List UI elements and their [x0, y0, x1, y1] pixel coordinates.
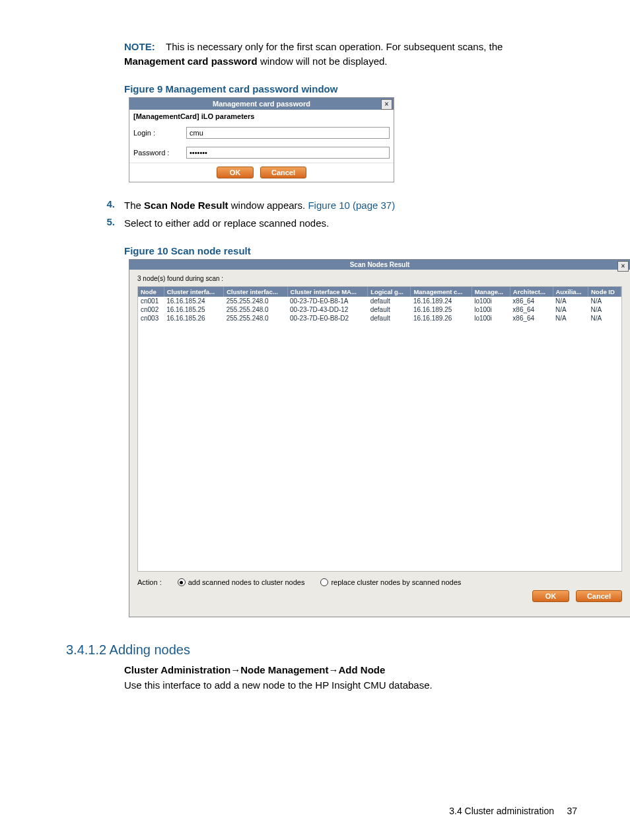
cell: N/A: [588, 305, 621, 314]
ok-button[interactable]: OK: [217, 167, 254, 178]
col-management-card[interactable]: Management c...: [411, 287, 472, 297]
figure10-status: 3 node(s) found during scan :: [129, 270, 630, 285]
cell: x86_64: [510, 314, 553, 323]
step5-number: 5.: [92, 216, 115, 231]
cell: default: [368, 314, 411, 323]
crumb3: Add Node: [339, 664, 386, 675]
cell: lo100i: [472, 305, 510, 314]
ok-button[interactable]: OK: [532, 590, 569, 602]
crumb1: Cluster Administration: [124, 664, 230, 675]
section-para: Use this interface to add a new node to …: [124, 679, 577, 691]
note-line1: This is necessary only for the first sca…: [166, 41, 503, 52]
radio-icon: [320, 578, 328, 586]
cell: N/A: [553, 314, 588, 323]
col-cluster-interface-mac[interactable]: Cluster interface MA...: [287, 287, 368, 297]
password-label: Password :: [133, 149, 186, 157]
cell: 16.16.185.26: [164, 314, 223, 323]
sep1: →: [230, 664, 240, 675]
cell: default: [368, 305, 411, 314]
figure9-caption: Figure 9 Management card password window: [124, 83, 577, 95]
cell: 255.255.248.0: [224, 305, 287, 314]
step4-link[interactable]: Figure 10 (page 37): [308, 200, 395, 211]
note-label: NOTE:: [124, 41, 155, 52]
footer-section: 3.4 Cluster administration: [449, 806, 554, 816]
cell: N/A: [553, 305, 588, 314]
figure10-table: Node Cluster interfa... Cluster interfac…: [137, 286, 622, 572]
cell: 16.16.185.25: [164, 305, 223, 314]
cell: N/A: [588, 314, 621, 323]
note-block: NOTE: This is necessary only for the fir…: [124, 40, 571, 69]
cell: x86_64: [510, 305, 553, 314]
step4-bold: Scan Node Result: [144, 200, 228, 211]
radio-add-scanned[interactable]: add scanned nodes to cluster nodes: [178, 578, 305, 586]
action-label: Action :: [137, 578, 162, 586]
col-cluster-interface-ip[interactable]: Cluster interfa...: [164, 287, 223, 297]
step4-mid: window appears.: [228, 200, 308, 211]
close-icon[interactable]: ×: [381, 99, 392, 110]
cell: lo100i: [472, 297, 510, 305]
figure10-title-text: Scan Nodes Result: [350, 261, 410, 268]
login-input[interactable]: cmu: [186, 127, 390, 139]
table-row[interactable]: cn003 16.16.185.26 255.255.248.0 00-23-7…: [138, 314, 621, 323]
cancel-button[interactable]: Cancel: [576, 590, 622, 602]
radio-icon: [178, 578, 186, 586]
table-header-row: Node Cluster interfa... Cluster interfac…: [138, 287, 621, 297]
cell: 16.16.185.24: [164, 297, 223, 305]
note-line2-bold: Management card password: [124, 56, 258, 67]
cell: cn001: [138, 297, 164, 305]
password-input[interactable]: •••••••: [186, 147, 390, 159]
col-auxiliary[interactable]: Auxilia...: [553, 287, 588, 297]
cell: 16.16.189.26: [411, 314, 472, 323]
figure9-subtitle: [ManagementCard] iLO parameters: [129, 110, 394, 123]
figure9-titlebar[interactable]: Management card password ×: [129, 98, 394, 110]
cell: cn003: [138, 314, 164, 323]
col-logical-group[interactable]: Logical g...: [368, 287, 411, 297]
sep2: →: [329, 664, 339, 675]
figure10-caption: Figure 10 Scan node result: [124, 245, 577, 256]
cell: 255.255.248.0: [224, 297, 287, 305]
login-label: Login :: [133, 129, 186, 137]
cell: lo100i: [472, 314, 510, 323]
cell: 16.16.189.25: [411, 305, 472, 314]
figure10-titlebar[interactable]: Scan Nodes Result ×: [129, 260, 630, 270]
cell: 00-23-7D-E0-B8-D2: [287, 314, 368, 323]
radio-replace-scanned[interactable]: replace cluster nodes by scanned nodes: [320, 578, 461, 586]
col-architecture[interactable]: Architect...: [510, 287, 553, 297]
radio-add-label: add scanned nodes to cluster nodes: [188, 578, 305, 586]
table-row[interactable]: cn002 16.16.185.25 255.255.248.0 00-23-7…: [138, 305, 621, 314]
radio-replace-label: replace cluster nodes by scanned nodes: [331, 578, 461, 586]
figure9-title-text: Management card password: [213, 100, 310, 108]
section-heading: 3.4.1.2 Adding nodes: [66, 642, 577, 658]
cell: cn002: [138, 305, 164, 314]
step5-text: Select to either add or replace scanned …: [124, 216, 577, 231]
breadcrumb: Cluster Administration→Node Management→A…: [124, 664, 577, 675]
cell: x86_64: [510, 297, 553, 305]
cancel-button[interactable]: Cancel: [260, 167, 306, 178]
cell: 00-23-7D-E0-B8-1A: [287, 297, 368, 305]
figure9-dialog: Management card password × [ManagementCa…: [129, 97, 394, 182]
table-row[interactable]: cn001 16.16.185.24 255.255.248.0 00-23-7…: [138, 297, 621, 305]
col-cluster-interface-mask[interactable]: Cluster interfac...: [224, 287, 287, 297]
page-footer: 3.4 Cluster administration 37: [449, 806, 577, 816]
step4-number: 4.: [92, 198, 115, 213]
cell: N/A: [588, 297, 621, 305]
col-node-id[interactable]: Node ID: [588, 287, 621, 297]
figure10-window: Scan Nodes Result × 3 node(s) found duri…: [129, 259, 630, 617]
note-line2-rest: window will not be displayed.: [258, 56, 388, 67]
col-manage[interactable]: Manage...: [472, 287, 510, 297]
cell: N/A: [553, 297, 588, 305]
crumb2: Node Management: [240, 664, 328, 675]
col-node[interactable]: Node: [138, 287, 164, 297]
close-icon[interactable]: ×: [617, 261, 629, 272]
cell: 255.255.248.0: [224, 314, 287, 323]
cell: default: [368, 297, 411, 305]
cell: 00-23-7D-43-DD-12: [287, 305, 368, 314]
footer-page: 37: [567, 806, 577, 816]
cell: 16.16.189.24: [411, 297, 472, 305]
step4-pre: The: [124, 200, 144, 211]
